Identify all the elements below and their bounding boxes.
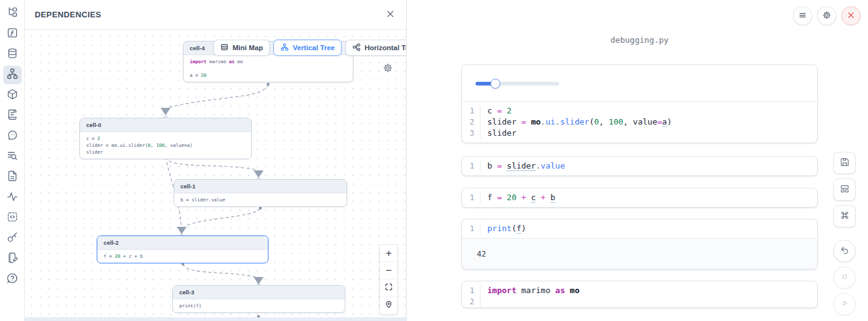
edge-cell2-cell3 [183, 264, 255, 277]
slider-widget[interactable] [476, 79, 559, 89]
close-icon [386, 9, 395, 20]
file-tree-icon [6, 6, 19, 21]
stop-icon [839, 271, 850, 284]
graph-node-cell-0[interactable]: cell-0 c = 2slider = mo.ui.slider(0, 100… [79, 118, 252, 159]
close-panel-button[interactable] [386, 9, 395, 20]
package-icon [6, 88, 19, 103]
code-editor[interactable]: 1f = 20 + c + b [462, 188, 817, 207]
sidebar-item-scratchpad[interactable] [3, 250, 22, 268]
function-icon [6, 27, 19, 42]
mini-map-button[interactable]: Mini Map [213, 40, 270, 56]
logs-scroll-icon [6, 108, 19, 123]
edge-cell1-cell2 [185, 208, 260, 226]
notebook-topbar [793, 6, 861, 25]
code-cell-import[interactable]: 1import marimo as mo2 [461, 281, 818, 308]
hamburger-icon [798, 11, 807, 22]
vertical-tree-button[interactable]: Vertical Tree [273, 40, 342, 56]
node-title: cell-2 [97, 236, 268, 250]
search-list-icon [6, 149, 19, 164]
menu-button[interactable] [793, 6, 812, 25]
sidebar-item-packages[interactable] [3, 86, 22, 105]
map-pin-icon [384, 299, 393, 312]
notebook-action-rail [833, 152, 856, 315]
dependency-graph-icon [6, 68, 19, 82]
node-code: import marimo as mo a = 20 [184, 55, 353, 82]
graph-toolbar: Mini Map Vertical Tree Horizontal Tree [213, 40, 406, 56]
code-editor[interactable]: 1import marimo as mo2 [462, 281, 817, 308]
locate-node-button[interactable] [380, 297, 397, 314]
keyboard-shortcuts-button[interactable] [833, 205, 856, 227]
code-cell-b[interactable]: 1b = slider.value [461, 156, 818, 176]
node-title: cell-0 [80, 118, 251, 132]
horizontal-tree-icon [352, 43, 361, 53]
command-icon [839, 210, 850, 222]
run-button[interactable] [833, 293, 856, 315]
notebook-filename: debugging.py [461, 35, 818, 45]
sidebar-item-tracing[interactable] [3, 188, 22, 207]
close-icon [846, 11, 856, 22]
slider-handle[interactable] [490, 79, 500, 89]
sidebar-item-variables[interactable] [3, 25, 22, 43]
dependencies-header: DEPENDENCIES [25, 0, 406, 30]
graph-node-cell-2[interactable]: cell-2 f = 20 + c + b [97, 235, 268, 263]
code-editor[interactable]: 1b = slider.value [462, 157, 817, 175]
key-icon [6, 231, 19, 246]
help-bubble-icon [6, 272, 19, 287]
sidebar-item-logs[interactable] [3, 107, 22, 125]
marimo-app: DEPENDENCIES [0, 0, 868, 321]
chat-icon [6, 129, 19, 144]
code-editor[interactable]: 1c = 22slider = mo.ui.slider(0, 100, val… [462, 102, 817, 143]
notepad-pen-icon [6, 252, 19, 266]
layout-icon [839, 183, 850, 196]
node-code: c = 2slider = mo.ui.slider(0, 100, value… [80, 132, 251, 159]
code-cell-slider[interactable]: 1c = 22slider = mo.ui.slider(0, 100, val… [461, 64, 818, 143]
cell-output: 42 [462, 238, 817, 269]
gear-icon [383, 63, 393, 75]
sidebar-item-secrets[interactable] [3, 229, 22, 248]
sidebar-item-file-explorer[interactable] [3, 4, 22, 23]
code-editor[interactable]: 1print(f) [462, 219, 817, 238]
node-title: cell-3 [173, 286, 345, 299]
icon-sidebar [0, 0, 25, 321]
shutdown-button[interactable] [841, 6, 861, 25]
edge-cell4-cell0 [169, 84, 268, 107]
cell-output-widget [462, 65, 817, 102]
sidebar-item-snippets[interactable] [3, 209, 22, 227]
fit-view-button[interactable] [380, 279, 397, 297]
activity-icon [6, 190, 19, 205]
stop-button[interactable] [833, 266, 856, 289]
graph-node-cell-3[interactable]: cell-3 print(f) [172, 285, 345, 313]
snippets-icon [6, 211, 19, 226]
play-icon [839, 298, 850, 310]
undo-button[interactable] [833, 240, 856, 262]
database-icon [6, 47, 19, 62]
sidebar-item-documentation[interactable] [3, 168, 22, 187]
gear-icon [822, 11, 831, 22]
node-title: cell-1 [174, 180, 347, 193]
graph-settings-button[interactable] [378, 59, 397, 79]
vertical-tree-icon [280, 43, 289, 53]
settings-button[interactable] [817, 6, 836, 25]
save-button[interactable] [833, 152, 856, 174]
sidebar-item-datasources[interactable] [3, 45, 22, 64]
code-cell-f[interactable]: 1f = 20 + c + b [461, 188, 818, 208]
horizontal-tree-button[interactable]: Horizontal Tree [345, 40, 406, 56]
dependencies-panel: DEPENDENCIES [25, 0, 407, 321]
dependency-graph-canvas[interactable]: Mini Map Vertical Tree Horizontal Tree c… [25, 30, 406, 321]
document-icon [6, 170, 19, 185]
graph-node-cell-1[interactable]: cell-1 b = slider.value [174, 179, 347, 207]
mini-map-icon [220, 43, 229, 53]
sidebar-item-chat[interactable] [3, 127, 22, 146]
node-code: b = slider.value [174, 193, 347, 206]
graph-bottom-strip [25, 317, 406, 321]
sidebar-item-help[interactable] [3, 270, 22, 289]
sidebar-item-search[interactable] [3, 147, 22, 166]
node-code: print(f) [173, 299, 345, 312]
code-cell-print[interactable]: 1print(f) 42 [461, 219, 818, 270]
graph-zoom-controls: + − [379, 244, 398, 315]
zoom-in-button[interactable]: + [380, 245, 397, 262]
sidebar-item-dependency-graph[interactable] [3, 66, 22, 84]
notebook-column: debugging.py 1c = 22slider = mo.ui.slide… [461, 0, 818, 308]
zoom-out-button[interactable]: − [380, 262, 397, 279]
layout-button[interactable] [833, 178, 856, 201]
